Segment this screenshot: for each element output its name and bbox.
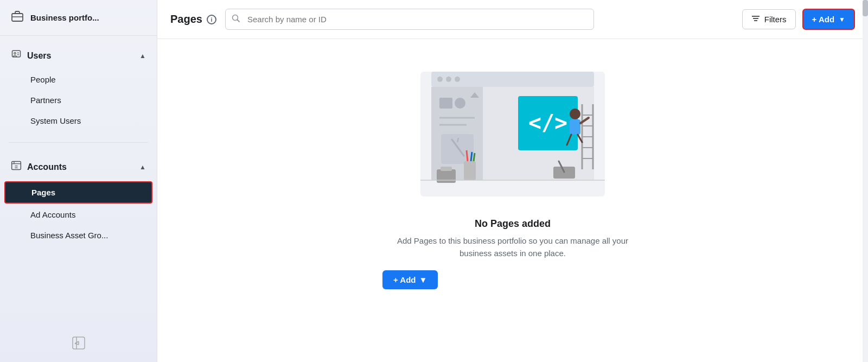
add-button-label: + Add [812,15,835,24]
search-icon [232,14,240,25]
filters-label: Filters [764,15,787,24]
accounts-chevron-icon: ▲ [139,163,146,171]
person-icon [11,49,22,62]
sidebar-item-ad-accounts[interactable]: Ad Accounts [4,205,152,225]
info-icon[interactable]: i [207,15,216,24]
svg-line-17 [237,20,239,22]
add-button[interactable]: + Add ▼ [802,9,855,30]
sidebar-item-partners[interactable]: Partners [4,90,152,110]
center-add-button[interactable]: + Add ▼ [382,270,438,289]
svg-rect-6 [12,162,21,170]
users-chevron-icon: ▲ [139,52,146,60]
sidebar-item-system-users[interactable]: System Users [4,111,152,131]
empty-description: Add Pages to this business portfolio so … [382,235,643,259]
page-title-wrap: Pages i [170,13,216,26]
briefcase-icon [11,10,24,26]
svg-rect-50 [437,169,456,183]
users-section-label: Users [27,51,51,61]
svg-line-54 [471,152,472,161]
center-dropdown-arrow-icon: ▼ [419,275,427,284]
illustration: </> [361,50,665,213]
svg-rect-33 [441,134,474,164]
page-title: Pages [170,13,202,26]
search-bar [225,9,594,30]
users-items: People Partners System Users [0,67,157,134]
empty-state-illustration: </> [388,55,637,207]
svg-point-3 [14,53,16,54]
svg-text:</>: </> [528,110,567,135]
sidebar-item-business-asset-gro[interactable]: Business Asset Gro... [4,225,152,245]
users-section-toggle[interactable]: Users ▲ [0,45,157,67]
svg-line-55 [474,153,475,161]
main-header: Pages i [157,0,868,39]
sidebar: Business portfo... Users ▲ [0,0,157,362]
sidebar-toggle-icon[interactable] [72,336,86,353]
svg-rect-0 [12,14,23,21]
accounts-section-toggle[interactable]: Accounts ▲ [0,156,157,178]
svg-line-53 [467,150,468,161]
users-section: Users ▲ People Partners System Users [0,36,157,138]
filters-button[interactable]: Filters [742,9,796,29]
svg-rect-52 [464,161,476,180]
sidebar-footer [0,327,157,362]
filter-icon [751,15,760,24]
accounts-section-label: Accounts [27,162,67,172]
header-actions: Filters + Add ▼ [742,9,855,30]
dropdown-arrow-icon: ▼ [839,16,845,23]
svg-line-15 [75,344,79,345]
svg-point-24 [446,77,451,82]
svg-rect-28 [439,98,452,109]
empty-title: No Pages added [382,218,643,230]
main-body: </> [157,39,868,362]
accounts-items: Pages Ad Accounts Business Asset Gro... [0,178,157,248]
svg-rect-51 [441,167,452,171]
search-input[interactable] [225,9,594,30]
svg-point-45 [570,109,580,119]
empty-state: No Pages added Add Pages to this busines… [382,218,643,289]
center-add-label: + Add [393,275,416,284]
svg-point-23 [437,77,443,82]
svg-rect-46 [570,119,580,135]
accounts-section: Accounts ▲ Pages Ad Accounts Business As… [0,147,157,252]
scroll-track[interactable] [863,0,868,362]
sidebar-item-pages[interactable]: Pages [4,181,152,204]
svg-point-25 [455,77,460,82]
sidebar-divider [9,142,148,143]
main-content: Pages i [157,0,868,362]
sidebar-item-people[interactable]: People [4,69,152,90]
scroll-thumb[interactable] [863,0,868,16]
sidebar-header: Business portfo... [0,0,157,36]
svg-point-29 [455,98,465,109]
accounts-icon [11,160,22,174]
business-name: Business portfo... [30,13,99,22]
